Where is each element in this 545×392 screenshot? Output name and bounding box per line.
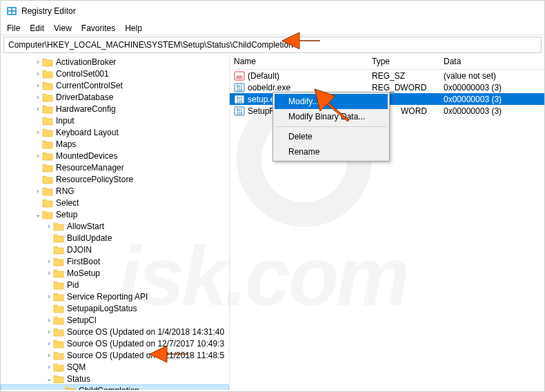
- chevron-right-icon[interactable]: ›: [45, 222, 53, 230]
- tree-item[interactable]: ResourcePolicyStore: [1, 173, 229, 185]
- tree-item[interactable]: Maps: [1, 138, 229, 150]
- column-name[interactable]: Name: [230, 55, 368, 69]
- chevron-right-icon[interactable]: ›: [34, 152, 42, 159]
- tree-item[interactable]: Input: [1, 115, 229, 126]
- menu-edit[interactable]: Edit: [25, 22, 49, 35]
- tree-item[interactable]: Pid: [1, 279, 229, 291]
- tree-item-label: ControlSet001: [56, 69, 109, 79]
- tree-item[interactable]: ›Source OS (Updated on 5/21/2018 11:48:5: [1, 349, 229, 361]
- list-row[interactable]: ab(Default)REG_SZ(value not set): [230, 70, 544, 81]
- tree-item[interactable]: ResourceManager: [1, 161, 229, 173]
- menu-file[interactable]: File: [2, 22, 25, 35]
- folder-icon: [42, 198, 53, 208]
- value-type: REG_SZ: [368, 71, 439, 81]
- folder-icon: [42, 81, 53, 90]
- chevron-right-icon[interactable]: ›: [34, 93, 42, 101]
- tree-item[interactable]: ›SetupCl: [1, 314, 229, 326]
- chevron-down-icon[interactable]: ⌄: [45, 375, 53, 382]
- tree-item[interactable]: ›Service Reporting API: [1, 291, 229, 302]
- chevron-right-icon[interactable]: ›: [45, 363, 53, 371]
- tree-item[interactable]: ›ActivationBroker: [1, 56, 229, 68]
- binary-value-icon: 011110: [234, 106, 245, 117]
- chevron-right-icon[interactable]: ›: [34, 81, 42, 89]
- tree-item[interactable]: ›FirstBoot: [1, 255, 229, 267]
- chevron-right-icon[interactable]: ›: [45, 269, 53, 277]
- folder-icon: [42, 139, 53, 149]
- tree-item-label: Select: [56, 198, 79, 208]
- list-header: Name Type Data: [230, 55, 544, 70]
- tree-item[interactable]: ›DriverDatabase: [1, 91, 229, 103]
- folder-icon: [53, 222, 64, 231]
- svg-text:110: 110: [237, 99, 243, 104]
- menu-favorites[interactable]: Favorites: [77, 22, 120, 35]
- menu-view[interactable]: View: [49, 22, 77, 35]
- tree-item-label: SetupapiLogStatus: [67, 304, 137, 313]
- folder-icon: [53, 268, 64, 278]
- tree-item[interactable]: ›Keyboard Layout: [1, 126, 229, 138]
- column-type[interactable]: Type: [368, 55, 439, 69]
- tree-item[interactable]: ›MoSetup: [1, 267, 229, 279]
- tree-item[interactable]: SetupapiLogStatus: [1, 302, 229, 314]
- tree-item-label: ChildCompletion: [79, 386, 139, 391]
- tree-item[interactable]: DJOIN: [1, 244, 229, 255]
- folder-icon: [53, 362, 64, 372]
- folder-icon: [42, 92, 53, 102]
- address-bar[interactable]: Computer\HKEY_LOCAL_MACHINE\SYSTEM\Setup…: [3, 37, 542, 53]
- tree-item[interactable]: ›CurrentControlSet: [1, 79, 229, 91]
- ctx-delete[interactable]: Delete: [275, 129, 388, 144]
- tree-item[interactable]: ›Source OS (Updated on 12/7/2017 10:49:3: [1, 337, 229, 349]
- tree-item-label: CurrentControlSet: [56, 81, 123, 90]
- ctx-rename[interactable]: Rename: [275, 144, 388, 159]
- tree-item-label: Maps: [56, 139, 76, 149]
- svg-text:110: 110: [237, 88, 243, 92]
- chevron-right-icon[interactable]: ›: [34, 70, 42, 77]
- tree-item-label: ResourceManager: [56, 163, 124, 173]
- chevron-right-icon[interactable]: ›: [45, 316, 53, 324]
- chevron-right-icon[interactable]: ›: [45, 257, 53, 265]
- value-data: (value not set): [439, 71, 544, 81]
- value-type: REG_DWORD: [368, 83, 439, 92]
- folder-icon: [53, 351, 64, 360]
- svg-rect-2: [7, 7, 17, 15]
- chevron-down-icon[interactable]: ⌄: [34, 210, 42, 218]
- folder-icon: [53, 233, 64, 243]
- chevron-right-icon[interactable]: ›: [34, 128, 42, 136]
- chevron-right-icon[interactable]: ›: [34, 187, 42, 195]
- title-bar: Registry Editor: [1, 1, 544, 21]
- registry-tree[interactable]: ›ActivationBroker›ControlSet001›CurrentC…: [1, 55, 230, 390]
- tree-item[interactable]: ›RNG: [1, 185, 229, 197]
- chevron-right-icon[interactable]: ›: [34, 58, 42, 66]
- tree-item[interactable]: ›MountedDevices: [1, 150, 229, 161]
- tree-item[interactable]: ›Source OS (Updated on 1/4/2018 14:31:40: [1, 326, 229, 337]
- tree-item[interactable]: ChildCompletion: [1, 384, 229, 390]
- menu-help[interactable]: Help: [120, 22, 147, 35]
- folder-icon: [42, 175, 53, 184]
- tree-item[interactable]: ›SQM: [1, 361, 229, 373]
- column-data[interactable]: Data: [439, 55, 544, 69]
- tree-item[interactable]: BuildUpdate: [1, 232, 229, 244]
- tree-item-label: MountedDevices: [56, 151, 117, 161]
- tree-item[interactable]: ›HardwareConfig: [1, 103, 229, 115]
- tree-item-label: Setup: [56, 210, 77, 219]
- tree-item-label: DriverDatabase: [56, 92, 113, 102]
- tree-item-label: Source OS (Updated on 1/4/2018 14:31:40: [67, 327, 224, 337]
- folder-icon: [42, 186, 53, 196]
- svg-text:ab: ab: [236, 74, 242, 80]
- chevron-right-icon[interactable]: ›: [45, 293, 53, 300]
- tree-item[interactable]: ⌄Setup: [1, 208, 229, 220]
- chevron-right-icon[interactable]: ›: [45, 351, 53, 359]
- tree-item[interactable]: ›AllowStart: [1, 220, 229, 232]
- tree-item[interactable]: Select: [1, 197, 229, 208]
- folder-icon: [53, 374, 64, 384]
- tree-item[interactable]: ›ControlSet001: [1, 68, 229, 79]
- tree-item-label: HardwareConfig: [56, 104, 116, 114]
- tree-item[interactable]: ⌄Status: [1, 373, 229, 384]
- annotation-arrow-childcompletion: [143, 340, 191, 368]
- folder-icon: [53, 257, 64, 266]
- registry-values-list[interactable]: Name Type Data ab(Default)REG_SZ(value n…: [230, 55, 544, 390]
- chevron-right-icon[interactable]: ›: [34, 105, 42, 112]
- chevron-right-icon[interactable]: ›: [45, 328, 53, 335]
- folder-icon: [42, 210, 53, 219]
- folder-icon: [42, 69, 53, 79]
- chevron-right-icon[interactable]: ›: [45, 340, 53, 347]
